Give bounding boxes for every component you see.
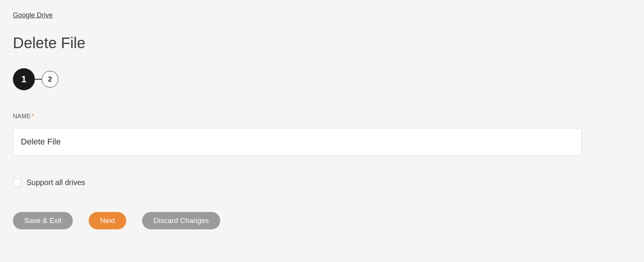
step-1[interactable]: 1 <box>13 68 35 90</box>
button-row: Save & Exit Next Discard Changes <box>13 212 631 229</box>
step-2[interactable]: 2 <box>42 71 58 88</box>
page-title: Delete File <box>13 35 631 52</box>
step-connector <box>35 79 42 80</box>
name-label-text: NAME <box>13 113 31 120</box>
breadcrumb-link[interactable]: Google Drive <box>13 11 53 19</box>
form-section: NAME* <box>13 113 631 155</box>
name-field-label: NAME* <box>13 113 631 120</box>
discard-changes-button[interactable]: Discard Changes <box>142 212 220 229</box>
name-input[interactable] <box>13 128 581 155</box>
save-exit-button[interactable]: Save & Exit <box>13 212 73 229</box>
required-asterisk: * <box>31 113 34 120</box>
support-drives-checkbox[interactable] <box>13 179 21 187</box>
next-button[interactable]: Next <box>89 212 126 229</box>
support-drives-label: Support all drives <box>27 178 85 187</box>
support-drives-row: Support all drives <box>13 178 631 187</box>
stepper: 1 2 <box>13 68 631 90</box>
